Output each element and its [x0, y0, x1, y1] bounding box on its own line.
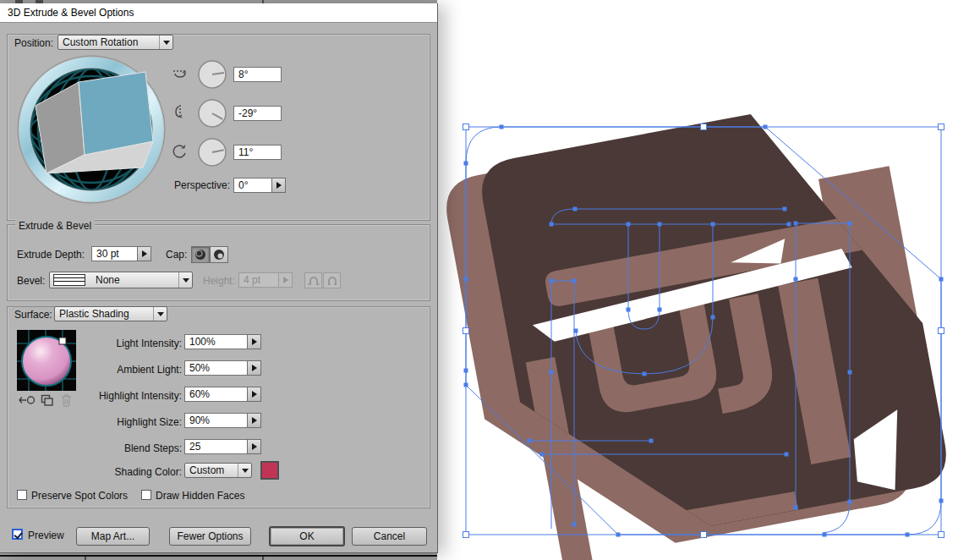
chevron-down-icon[interactable] — [238, 464, 251, 477]
ambient-light-field[interactable]: 50% — [184, 360, 248, 376]
draw-hidden-faces-checkbox[interactable] — [141, 490, 151, 500]
bevel-extent-in-button — [323, 272, 341, 288]
highlight-size-spinner[interactable] — [247, 413, 261, 428]
logo-front-face — [476, 91, 953, 560]
rotate-z-icon — [172, 143, 188, 158]
rotate-y-dial[interactable] — [197, 98, 227, 129]
bevel-extent-out-button — [304, 272, 322, 288]
shading-color-swatch[interactable] — [260, 461, 279, 480]
rotation-trackball[interactable] — [16, 54, 167, 205]
highlight-intensity-label: Highlight Intensity: — [17, 388, 182, 404]
rotate-z-field[interactable]: 11° — [233, 145, 282, 160]
perspective-spinner[interactable] — [271, 178, 286, 193]
surface-label: Surface: — [12, 307, 55, 322]
ok-button[interactable]: OK — [269, 526, 345, 546]
rotate-z-dial[interactable] — [197, 137, 227, 167]
perspective-label: Perspective: — [152, 178, 230, 193]
ambient-light-spinner[interactable] — [247, 360, 261, 376]
position-select[interactable]: Custom Rotation — [57, 35, 173, 50]
chevron-down-icon[interactable] — [153, 307, 167, 321]
ambient-light-label: Ambient Light: — [17, 362, 182, 377]
position-select-value: Custom Rotation — [58, 36, 159, 49]
highlight-size-label: Highlight Size: — [17, 415, 182, 430]
height-field: 4 pt — [238, 272, 279, 288]
chevron-down-icon[interactable] — [159, 36, 172, 49]
rotate-x-dial[interactable] — [197, 59, 227, 90]
app-background-bottom — [0, 552, 437, 560]
position-label: Position: — [12, 36, 56, 51]
light-intensity-label: Light Intensity: — [17, 336, 182, 351]
shading-color-value: Custom — [185, 464, 238, 477]
fuji-logo-3d-artwork[interactable] — [437, 0, 980, 560]
preserve-spot-colors-label: Preserve Spot Colors — [31, 488, 128, 503]
bevel-label: Bevel: — [17, 273, 45, 288]
shading-color-select[interactable]: Custom — [184, 463, 252, 478]
check-icon — [14, 530, 22, 540]
extrude-bevel-legend: Extrude & Bevel — [15, 218, 95, 233]
rotate-x-field[interactable]: 8° — [233, 67, 282, 82]
cap-label: Cap: — [166, 247, 187, 262]
cap-solid-button[interactable] — [191, 246, 210, 263]
dialog-title: 3D Extrude & Bevel Options — [0, 3, 437, 23]
cap-hollow-icon — [212, 249, 226, 261]
rotate-y-icon — [172, 104, 188, 119]
highlight-size-field[interactable]: 90% — [184, 413, 248, 428]
preview-label: Preview — [28, 528, 64, 543]
highlight-intensity-field[interactable]: 60% — [184, 387, 248, 402]
map-art-button[interactable]: Map Art... — [76, 527, 150, 546]
cap-solid-icon — [194, 249, 207, 261]
highlight-intensity-spinner[interactable] — [247, 387, 261, 402]
extrude-depth-field[interactable]: 30 pt — [91, 246, 138, 261]
light-intensity-spinner[interactable] — [247, 334, 261, 349]
blend-steps-label: Blend Steps: — [17, 441, 182, 456]
surface-select[interactable]: Plastic Shading — [54, 306, 167, 321]
extrude-depth-label: Extrude Depth: — [17, 247, 85, 262]
bevel-extent-in-icon — [326, 275, 339, 286]
bevel-extent-out-icon — [307, 275, 320, 286]
perspective-field[interactable]: 0° — [233, 178, 272, 193]
extrude-depth-spinner[interactable] — [137, 246, 151, 261]
cap-hollow-button[interactable] — [210, 246, 228, 263]
rotate-y-field[interactable]: -29° — [233, 106, 282, 121]
illustrator-workspace: 3D Extrude & Bevel Options Position: Cus… — [0, 0, 980, 560]
preserve-spot-colors-checkbox[interactable] — [17, 490, 27, 500]
preview-checkbox[interactable] — [12, 529, 23, 540]
3d-extrude-bevel-dialog: 3D Extrude & Bevel Options Position: Cus… — [0, 3, 438, 553]
shading-color-label: Shading Color: — [17, 464, 182, 480]
bevel-profile-icon — [53, 274, 85, 286]
height-label: Height: — [203, 273, 235, 288]
bevel-select[interactable]: None — [49, 272, 193, 288]
height-spinner — [278, 272, 293, 288]
rotate-x-icon — [172, 65, 188, 80]
bevel-select-value: None — [85, 273, 178, 287]
surface-select-value: Plastic Shading — [55, 307, 153, 321]
draw-hidden-faces-label: Draw Hidden Faces — [156, 488, 244, 503]
blend-steps-spinner[interactable] — [247, 439, 261, 454]
chevron-down-icon[interactable] — [178, 272, 192, 288]
fewer-options-button[interactable]: Fewer Options — [169, 527, 251, 546]
blend-steps-field[interactable]: 25 — [184, 439, 248, 454]
light-intensity-field[interactable]: 100% — [184, 334, 248, 349]
cancel-button[interactable]: Cancel — [352, 527, 427, 546]
